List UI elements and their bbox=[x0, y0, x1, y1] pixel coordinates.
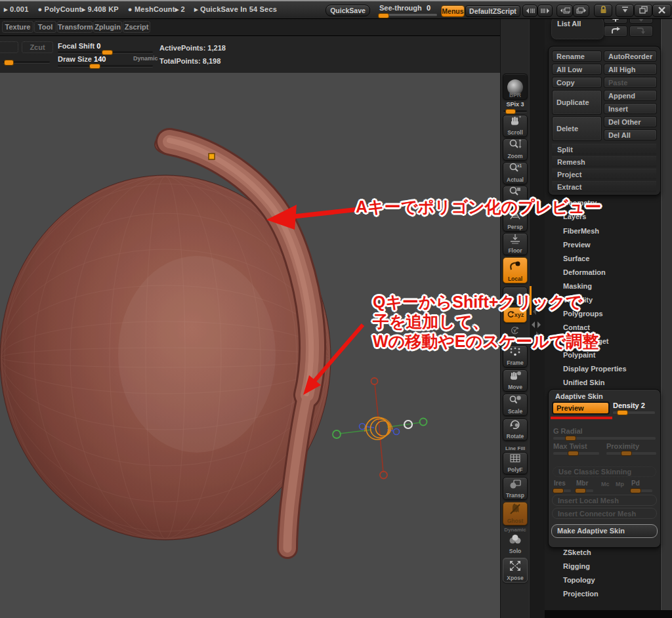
left-edge-slider[interactable] bbox=[3, 61, 50, 63]
draw-size-slider[interactable] bbox=[58, 65, 153, 67]
append-button[interactable]: Append bbox=[604, 90, 657, 101]
proximity-label: Proximity bbox=[606, 442, 639, 450]
menu-tab-tool[interactable]: Tool bbox=[34, 21, 56, 33]
section-fibermesh[interactable]: FiberMesh bbox=[563, 227, 599, 235]
menu-tab-texture[interactable]: Texture bbox=[2, 21, 33, 33]
adaptive-preview-button[interactable]: Preview bbox=[552, 402, 610, 415]
pd-slider[interactable] bbox=[630, 489, 652, 491]
section-rigging[interactable]: Rigging bbox=[563, 562, 590, 570]
density-slider[interactable] bbox=[613, 411, 655, 413]
section-projection[interactable]: Projection bbox=[563, 590, 598, 598]
section-preview[interactable]: Preview bbox=[563, 241, 591, 249]
see-through-slider-handle[interactable] bbox=[378, 13, 389, 18]
lock-button[interactable] bbox=[594, 4, 612, 17]
ires-slider[interactable] bbox=[553, 489, 571, 491]
section-masking[interactable]: Masking bbox=[563, 282, 592, 290]
prev-layout-button[interactable] bbox=[556, 5, 573, 17]
autoreorder-button[interactable]: AutoReorder bbox=[604, 51, 657, 62]
all-high-button[interactable]: All High bbox=[604, 64, 657, 75]
zcut-button[interactable]: Zcut bbox=[22, 41, 53, 53]
del-all-button[interactable]: Del All bbox=[604, 129, 657, 140]
spix-slider[interactable] bbox=[503, 110, 527, 112]
brush-options-row: Zcut Focal Shift 0 Draw Size 140 Dynamic… bbox=[0, 35, 500, 73]
local-button[interactable]: Local bbox=[503, 257, 528, 283]
solo-circles-icon bbox=[508, 534, 522, 548]
restore-button[interactable] bbox=[634, 4, 652, 17]
menu-tab-transform[interactable]: Transform bbox=[57, 21, 93, 33]
duplicate-button[interactable]: Duplicate bbox=[552, 90, 602, 115]
transp-button[interactable]: Transp bbox=[503, 477, 528, 500]
make-adaptive-skin-button[interactable]: Make Adaptive Skin bbox=[551, 524, 658, 538]
actual-button[interactable]: x1Actual bbox=[503, 162, 528, 184]
delete-button[interactable]: Delete bbox=[552, 116, 602, 141]
cut-button-partial[interactable] bbox=[0, 41, 18, 53]
close-button[interactable] bbox=[652, 4, 671, 17]
rotate-button[interactable]: Rotate bbox=[503, 419, 528, 441]
del-other-button[interactable]: Del Other bbox=[604, 116, 657, 127]
minimize-button[interactable] bbox=[616, 4, 634, 17]
remesh-button[interactable]: Remesh bbox=[552, 156, 656, 167]
scroll-hand-icon bbox=[509, 115, 522, 129]
ghost-button[interactable]: Ghost bbox=[503, 502, 528, 525]
xpose-button[interactable]: Xpose bbox=[503, 558, 528, 583]
shrink-left-button[interactable] bbox=[522, 5, 537, 17]
project-button[interactable]: Project bbox=[552, 169, 656, 180]
max-twist-slider-handle[interactable] bbox=[568, 451, 579, 456]
focal-shift-slider[interactable] bbox=[58, 51, 153, 53]
solo-button[interactable]: Solo bbox=[503, 533, 528, 556]
see-through-slider[interactable] bbox=[378, 14, 437, 16]
split-button[interactable]: Split bbox=[552, 144, 656, 155]
insert-connector-mesh-button[interactable]: Insert Connector Mesh bbox=[552, 508, 657, 519]
insert-local-mesh-button[interactable]: Insert Local Mesh bbox=[552, 495, 657, 506]
g-radial-slider-handle[interactable] bbox=[565, 436, 576, 441]
dynamic-label[interactable]: Dynamic bbox=[133, 55, 158, 62]
adaptive-skin-panel: Adaptive Skin Preview Density 2 G Radial… bbox=[548, 389, 661, 548]
polyf-button[interactable]: PolyF bbox=[503, 452, 528, 474]
scale-button[interactable]: Scale bbox=[503, 394, 528, 416]
max-twist-slider[interactable] bbox=[553, 452, 599, 454]
section-zsketch[interactable]: ZSketch bbox=[563, 548, 591, 556]
ires-slider-handle[interactable] bbox=[553, 488, 564, 493]
left-edge-slider-handle[interactable] bbox=[4, 60, 14, 66]
all-low-button[interactable]: All Low bbox=[552, 64, 602, 75]
menus-button[interactable]: Menus bbox=[441, 5, 465, 17]
use-classic-skinning-button[interactable]: Use Classic Skinning bbox=[553, 466, 656, 477]
extract-button[interactable]: Extract bbox=[552, 181, 656, 192]
section-display-properties[interactable]: Display Properties bbox=[563, 365, 627, 373]
menu-tab-zscript[interactable]: Zscript bbox=[123, 21, 150, 33]
quicksave-button[interactable]: QuickSave bbox=[326, 5, 370, 16]
rename-button[interactable]: Rename bbox=[552, 51, 602, 62]
panel-scrollbar[interactable] bbox=[660, 0, 672, 610]
section-topology[interactable]: Topology bbox=[563, 576, 595, 584]
draw-size-slider-handle[interactable] bbox=[89, 64, 100, 69]
shrink-right-button[interactable] bbox=[537, 5, 553, 17]
spix-slider-handle[interactable] bbox=[505, 109, 516, 114]
floor-button[interactable]: Floor bbox=[503, 233, 528, 255]
section-unified-skin[interactable]: Unified Skin bbox=[563, 379, 605, 386]
adaptive-skin-title[interactable]: Adaptive Skin bbox=[555, 392, 603, 400]
menu-tab-zplugin[interactable]: Zplugin bbox=[93, 21, 122, 33]
focal-shift-slider-handle[interactable] bbox=[102, 50, 113, 55]
bpr-button[interactable]: BPR bbox=[503, 73, 528, 100]
section-deformation[interactable]: Deformation bbox=[563, 268, 606, 276]
proximity-slider[interactable] bbox=[606, 452, 656, 454]
next-layout-button[interactable] bbox=[573, 5, 589, 17]
mbr-slider-handle[interactable] bbox=[575, 488, 586, 493]
section-surface[interactable]: Surface bbox=[563, 255, 589, 262]
mbr-slider[interactable] bbox=[575, 489, 593, 491]
insert-button[interactable]: Insert bbox=[604, 103, 657, 114]
copy-button[interactable]: Copy bbox=[552, 77, 602, 88]
scroll-button[interactable]: Scroll bbox=[503, 115, 528, 137]
paste-button[interactable]: Paste bbox=[604, 77, 657, 88]
default-zscript-button[interactable]: DefaultZScript bbox=[465, 5, 520, 17]
pd-slider-handle[interactable] bbox=[630, 488, 641, 493]
density-slider-handle[interactable] bbox=[617, 410, 628, 415]
redo-arrow-button[interactable] bbox=[604, 26, 627, 37]
move-button[interactable]: Move bbox=[503, 369, 528, 392]
local-label: Local bbox=[508, 276, 522, 282]
branch-arrow-button[interactable] bbox=[629, 26, 653, 37]
zoom-button[interactable]: Zoom bbox=[503, 138, 528, 161]
proximity-slider-handle[interactable] bbox=[621, 451, 632, 456]
list-all-button[interactable]: List All bbox=[551, 17, 604, 39]
g-radial-slider[interactable] bbox=[553, 437, 656, 439]
